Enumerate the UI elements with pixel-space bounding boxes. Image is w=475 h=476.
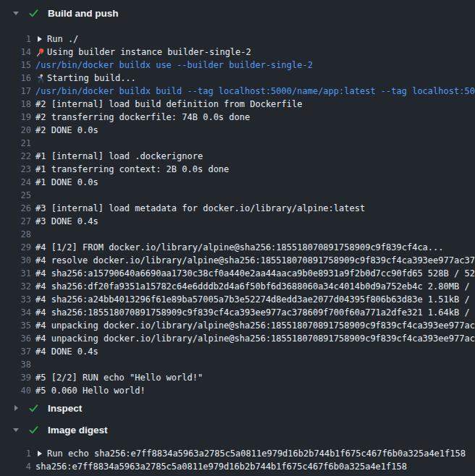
log-line: 24#1 DONE 0.0s xyxy=(0,176,475,189)
line-number[interactable]: 32 xyxy=(0,280,31,293)
line-number[interactable]: 36 xyxy=(0,332,31,345)
log-line: 30#4 resolve docker.io/library/alpine@sh… xyxy=(0,254,475,267)
log-line: 28 xyxy=(0,228,475,241)
log-line: 37#4 DONE 0.4s xyxy=(0,345,475,358)
line-number[interactable]: 38 xyxy=(0,358,31,371)
log-line: 25 xyxy=(0,189,475,202)
log-line: 20#2 DONE 0.0s xyxy=(0,124,475,137)
log-text: #4 unpacking docker.io/library/alpine@sh… xyxy=(35,332,475,345)
log-line: 34#4 sha256:185518070891758909c9f839cf4c… xyxy=(0,306,475,319)
line-number[interactable]: 26 xyxy=(0,202,31,215)
log-text: #5 [2/2] RUN echo "Hello world!" xyxy=(35,371,203,384)
log-line: 1Run ./ xyxy=(0,33,475,46)
line-number[interactable]: 34 xyxy=(0,306,31,319)
line-number[interactable]: 22 xyxy=(0,150,31,163)
log-text: sha256:e7ff8834a5963a2785c5a0811e979d16b… xyxy=(35,460,407,473)
log-text: #1 DONE 0.0s xyxy=(35,176,98,189)
line-number[interactable]: 25 xyxy=(0,189,31,202)
log-text: /usr/bin/docker buildx use --builder bui… xyxy=(35,59,313,72)
log-line: 31#4 sha256:a15790640a6690aa1730c38cf0a4… xyxy=(0,267,475,280)
log-line: 36#4 unpacking docker.io/library/alpine@… xyxy=(0,332,475,345)
log-text: #4 sha256:df20fa9351a15782c64e6dddb2d4a6… xyxy=(35,280,475,293)
log-line: 18#2 [internal] load build definition fr… xyxy=(0,98,475,111)
chevron-down-icon[interactable] xyxy=(12,428,20,432)
log-line: 40#5 0.060 Hello world! xyxy=(0,384,475,397)
line-number[interactable]: 19 xyxy=(0,111,31,124)
line-number[interactable]: 21 xyxy=(0,137,31,150)
log-text: #1 transferring context: 2B 0.0s done xyxy=(35,163,229,176)
runner-icon xyxy=(35,74,45,83)
pushpin-icon xyxy=(35,48,45,57)
log-text: #4 sha256:a24bb4013296f61e89ba57005a7b3e… xyxy=(35,293,475,306)
line-number[interactable]: 15 xyxy=(0,59,31,72)
success-check-icon xyxy=(29,425,38,435)
log-line: 29#4 [1/2] FROM docker.io/library/alpine… xyxy=(0,241,475,254)
chevron-right-icon[interactable] xyxy=(12,405,20,411)
line-number[interactable]: 4 xyxy=(0,460,31,473)
log-lines-image-digest: 1Run echo sha256:e7ff8834a5963a2785c5a08… xyxy=(0,441,475,473)
section-header-image-digest[interactable]: Image digest xyxy=(0,419,475,441)
log-text: #4 DONE 0.4s xyxy=(35,345,98,358)
line-number[interactable]: 14 xyxy=(0,46,31,59)
section-title: Inspect xyxy=(48,403,82,414)
line-number[interactable]: 29 xyxy=(0,241,31,254)
log-text: #3 DONE 0.4s xyxy=(35,215,98,228)
log-line: 33#4 sha256:a24bb4013296f61e89ba57005a7b… xyxy=(0,293,475,306)
section-header-inspect[interactable]: Inspect xyxy=(0,397,475,419)
log-text: #4 sha256:185518070891758909c9f839cf4ca3… xyxy=(35,306,475,319)
log-line: 15/usr/bin/docker buildx use --builder b… xyxy=(0,59,475,72)
section-header-build-and-push[interactable]: Build and push xyxy=(0,0,475,26)
line-number[interactable]: 24 xyxy=(0,176,31,189)
log-line: 14Using builder instance builder-single-… xyxy=(0,46,475,59)
log-line: 22#1 [internal] load .dockerignore xyxy=(0,150,475,163)
log-text: #5 0.060 Hello world! xyxy=(35,384,146,397)
log-text: Run ./ xyxy=(47,33,78,46)
log-text: #2 transferring dockerfile: 74B 0.0s don… xyxy=(35,111,250,124)
log-text: #4 unpacking docker.io/library/alpine@sh… xyxy=(35,319,475,332)
section-title: Image digest xyxy=(48,425,108,435)
log-line: 23#1 transferring context: 2B 0.0s done xyxy=(0,163,475,176)
log-text: #2 DONE 0.0s xyxy=(35,124,98,137)
log-text: /usr/bin/docker buildx build --tag local… xyxy=(35,85,475,98)
run-group-toggle-icon[interactable] xyxy=(38,451,42,456)
log-line: 32#4 sha256:df20fa9351a15782c64e6dddb2d4… xyxy=(0,280,475,293)
line-number[interactable]: 20 xyxy=(0,124,31,137)
chevron-down-icon[interactable] xyxy=(12,12,20,15)
log-text: #3 [internal] load metadata for docker.i… xyxy=(35,202,365,215)
log-text: #4 [1/2] FROM docker.io/library/alpine@s… xyxy=(35,241,444,254)
log-text: #1 [internal] load .dockerignore xyxy=(35,150,203,163)
log-line: 21 xyxy=(0,137,475,150)
line-number[interactable]: 23 xyxy=(0,163,31,176)
line-number[interactable]: 17 xyxy=(0,85,31,98)
log-line: 16Starting build... xyxy=(0,72,475,85)
section-title: Build and push xyxy=(48,8,119,19)
success-check-icon xyxy=(29,404,38,413)
line-number[interactable]: 18 xyxy=(0,98,31,111)
line-number[interactable]: 1 xyxy=(0,33,31,46)
log-line: 38 xyxy=(0,358,475,371)
log-lines-build-and-push: 1Run ./14Using builder instance builder-… xyxy=(0,26,475,397)
log-text: Run echo sha256:e7ff8834a5963a2785c5a081… xyxy=(47,447,466,460)
log-text: #4 sha256:a15790640a6690aa1730c38cf0a440… xyxy=(35,267,475,280)
line-number[interactable]: 27 xyxy=(0,215,31,228)
log-text: #4 resolve docker.io/library/alpine@sha2… xyxy=(35,254,475,267)
line-number[interactable]: 28 xyxy=(0,228,31,241)
log-line: 27#3 DONE 0.4s xyxy=(0,215,475,228)
log-line: 1Run echo sha256:e7ff8834a5963a2785c5a08… xyxy=(0,447,475,460)
line-number[interactable]: 39 xyxy=(0,371,31,384)
log-line: 4sha256:e7ff8834a5963a2785c5a0811e979d16… xyxy=(0,460,475,473)
line-number[interactable]: 35 xyxy=(0,319,31,332)
line-number[interactable]: 16 xyxy=(0,72,31,85)
line-number[interactable]: 40 xyxy=(0,384,31,397)
log-line: 35#4 unpacking docker.io/library/alpine@… xyxy=(0,319,475,332)
log-text: Starting build... xyxy=(47,72,136,85)
line-number[interactable]: 33 xyxy=(0,293,31,306)
line-number[interactable]: 30 xyxy=(0,254,31,267)
line-number[interactable]: 1 xyxy=(0,447,31,460)
workflow-log-viewer: Build and push 1Run ./14Using builder in… xyxy=(0,0,475,476)
log-line: 39#5 [2/2] RUN echo "Hello world!" xyxy=(0,371,475,384)
line-number[interactable]: 37 xyxy=(0,345,31,358)
line-number[interactable]: 31 xyxy=(0,267,31,280)
log-text: #2 [internal] load build definition from… xyxy=(35,98,302,111)
run-group-toggle-icon[interactable] xyxy=(38,36,42,42)
